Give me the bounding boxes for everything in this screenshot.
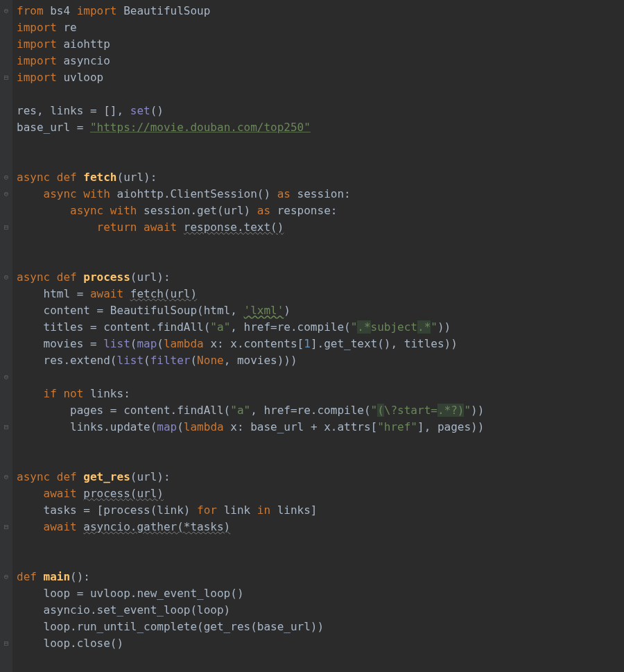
code-line[interactable]: loop = uvloop.new_event_loop() [17,585,484,602]
code-line[interactable] [17,369,484,386]
code-token: "https://movie.douban.com/top250" [90,121,311,134]
code-line[interactable] [17,436,484,452]
code-token: " [431,320,437,334]
code-line[interactable]: await asyncio.gather(*tasks) [17,519,484,535]
code-line[interactable]: asyncio.set_event_loop(loop) [17,602,484,619]
code-line[interactable] [17,252,484,269]
code-editor[interactable]: from bs4 import BeautifulSoupimport reim… [12,0,484,672]
code-token: ( [144,354,150,367]
gutter-fold-icon[interactable]: ⊟ [0,419,12,436]
code-token: .* [357,320,370,334]
code-line[interactable]: def main(): [17,569,484,585]
code-token: .* [417,320,431,334]
gutter-fold-icon [0,402,12,419]
code-token: link [224,503,257,517]
code-line[interactable]: tasks = [process(link) for link in links… [17,502,484,519]
code-line[interactable] [17,136,484,153]
code-token: (url): [117,171,157,184]
code-line[interactable] [17,452,484,469]
code-token: "href" [377,420,417,433]
gutter-fold-icon[interactable]: ⊟ [0,519,12,535]
code-line[interactable]: if not links: [17,386,484,402]
gutter-fold-icon[interactable]: ⊖ [0,569,12,585]
gutter-fold-icon[interactable]: ⊖ [0,469,12,485]
gutter-fold-icon[interactable]: ⊖ [0,3,12,19]
code-line[interactable]: return await response.text() [17,219,484,236]
code-token: re [63,21,76,34]
code-line[interactable]: movies = list(map(lambda x: x.contents[1… [17,336,484,352]
code-line[interactable]: async with session.get(url) as response: [17,203,484,219]
code-token: ) [284,304,291,317]
code-token: response.text() [184,221,284,234]
gutter-fold-icon [0,552,12,569]
code-line[interactable] [17,86,484,103]
code-line[interactable]: content = BeautifulSoup(html, 'lxml') [17,302,484,319]
code-line[interactable]: async def get_res(url): [17,469,484,485]
code-token: BeautifulSoup [123,4,210,17]
code-line[interactable]: links.update(map(lambda x: base_url + x.… [17,419,484,436]
gutter-fold-icon[interactable]: ⊖ [0,186,12,203]
gutter-fold-icon[interactable]: ⊟ [0,69,12,86]
code-line[interactable]: import asyncio [17,53,484,69]
code-token: async def [17,171,83,184]
gutter-fold-icon[interactable]: ⊟ [0,635,12,652]
code-line[interactable] [17,552,484,569]
code-token: x: x.contents[ [210,337,304,350]
code-line[interactable]: res, links = [], set() [17,103,484,119]
code-token: session.get(url) [144,204,257,217]
code-token: await [44,520,84,533]
code-token: pages = content.findAll( [17,404,230,417]
code-line[interactable]: loop.run_until_complete(get_res(base_url… [17,619,484,635]
gutter-fold-icon [0,53,12,69]
code-token [17,187,44,200]
code-token: ( [157,337,164,350]
code-line[interactable]: import aiohttp [17,36,484,53]
code-token: (url): [130,270,171,284]
code-token: main [44,570,71,583]
code-token: import [17,54,63,67]
code-token [17,387,44,400]
gutter-fold-icon [0,502,12,519]
code-token: ( [377,404,384,417]
code-line[interactable]: async def process(url): [17,269,484,286]
code-line[interactable]: async def fetch(url): [17,169,484,186]
gutter-fold-icon [0,602,12,619]
gutter-fold-icon[interactable]: ⊟ [0,219,12,236]
code-line[interactable] [17,535,484,552]
code-line[interactable]: html = await fetch(url) [17,286,484,302]
code-token: x: base_url + x.attrs[ [230,420,377,433]
code-line[interactable]: pages = content.findAll("a", href=re.com… [17,402,484,419]
gutter-fold-icon [0,452,12,469]
code-line[interactable]: res.extend(list(filter(None, movies))) [17,352,484,369]
gutter-fold-icon [0,286,12,302]
gutter-fold-icon [0,119,12,136]
code-token [17,520,44,533]
code-line[interactable]: titles = content.findAll("a", href=re.co… [17,319,484,336]
code-token: =re.compile( [291,404,371,417]
gutter-fold-icon [0,436,12,452]
code-token: ( [190,354,197,367]
code-token: bs4 [50,4,77,17]
gutter-fold-icon [0,619,12,635]
code-token: fetch(url) [130,287,197,300]
code-token: lambda [164,337,210,350]
code-token: loop.close() [17,637,123,650]
gutter-fold-icon[interactable]: ⊖ [0,269,12,286]
code-token: content = BeautifulSoup(html, [17,304,244,317]
code-token: href [263,404,291,417]
code-line[interactable]: base_url = "https://movie.douban.com/top… [17,119,484,136]
code-token [17,221,97,234]
gutter-fold-icon[interactable]: ⊖ [0,169,12,186]
code-line[interactable]: await process(url) [17,485,484,502]
code-line[interactable] [17,236,484,252]
code-line[interactable]: loop.close() [17,635,484,652]
code-line[interactable]: async with aiohttp.ClientSession() as se… [17,186,484,203]
code-line[interactable]: from bs4 import BeautifulSoup [17,3,484,19]
code-token: aiohttp [63,37,110,51]
code-line[interactable] [17,153,484,169]
code-line[interactable]: import re [17,19,484,36]
code-line[interactable]: import uvloop [17,69,484,86]
gutter: ⊖⊟⊖⊖⊟⊖⊖⊟⊖⊟⊖⊟ [0,0,12,672]
gutter-fold-icon[interactable]: ⊖ [0,369,12,386]
code-token: tasks = [process(link) [17,503,197,517]
